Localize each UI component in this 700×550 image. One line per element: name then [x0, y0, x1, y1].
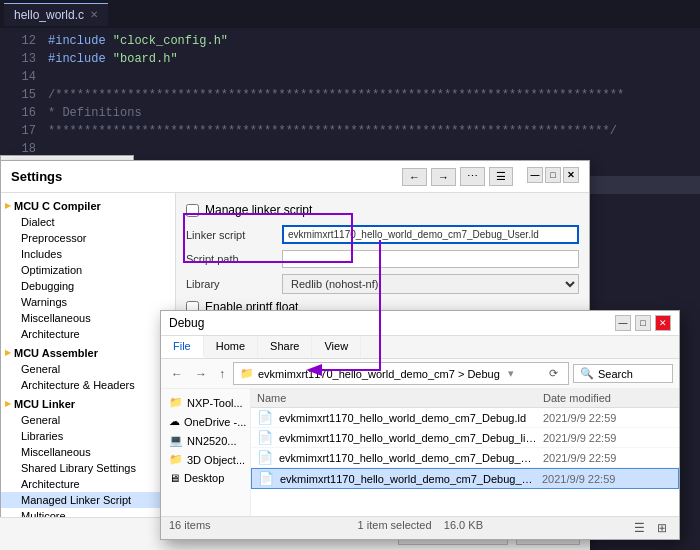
code-line: 15 /************************************… — [0, 86, 700, 104]
tree-managed-linker[interactable]: Managed Linker Script — [1, 492, 175, 508]
file-date-0: 2021/9/9 22:59 — [543, 412, 673, 424]
file-icon: 📄 — [257, 410, 273, 425]
tree-mcu-linker[interactable]: ▸ MCU Linker — [1, 395, 175, 412]
search-icon: 🔍 — [580, 367, 594, 380]
ribbon-tab-file[interactable]: File — [161, 336, 204, 358]
list-view-button[interactable]: ☰ — [630, 519, 649, 537]
search-placeholder: Search — [598, 368, 633, 380]
library-select[interactable]: Redlib (nohost-nf) — [282, 274, 579, 294]
close-button[interactable]: ✕ — [563, 167, 579, 183]
tree-mcu-assembler[interactable]: ▸ MCU Assembler — [1, 344, 175, 361]
library-label: Library — [186, 278, 276, 290]
tree-linker-misc[interactable]: Miscellaneous — [1, 444, 175, 460]
tree-mcu-c-compiler[interactable]: ▸ MCU C Compiler — [1, 197, 175, 214]
tree-asm-general[interactable]: General — [1, 361, 175, 377]
sidebar-onedrive[interactable]: ☁ OneDrive -... — [161, 412, 250, 431]
col-date-header[interactable]: Date modified — [543, 392, 673, 404]
file-row-0[interactable]: 📄 evkmimxrt1170_hello_world_demo_cm7_Deb… — [251, 408, 679, 428]
tree-architecture[interactable]: Architecture — [1, 326, 175, 342]
tree-includes[interactable]: Includes — [1, 246, 175, 262]
ribbon-tab-share[interactable]: Share — [258, 336, 312, 358]
tree-miscellaneous[interactable]: Miscellaneous — [1, 310, 175, 326]
file-icon: 📄 — [257, 450, 273, 465]
script-path-input[interactable] — [282, 250, 579, 268]
tree-linker-general[interactable]: General — [1, 412, 175, 428]
file-dialog-title: Debug — [169, 316, 204, 330]
file-close-button[interactable]: ✕ — [655, 315, 671, 331]
minimize-button[interactable]: — — [527, 167, 543, 183]
ribbon-tab-home[interactable]: Home — [204, 336, 258, 358]
forward-button[interactable]: → — [431, 168, 456, 186]
editor-tab-bar: hello_world.c ✕ — [0, 0, 700, 28]
refresh-button[interactable]: ⟳ — [545, 365, 562, 382]
tree-shared-library[interactable]: Shared Library Settings — [1, 460, 175, 476]
more-button[interactable]: ⋯ — [460, 167, 485, 186]
settings-tree: ▸ MCU C Compiler Dialect Preprocessor In… — [1, 193, 176, 549]
file-minimize-button[interactable]: — — [615, 315, 631, 331]
close-icon[interactable]: ✕ — [90, 9, 98, 20]
file-icon: 📄 — [258, 471, 274, 486]
sidebar-nxp[interactable]: 📁 NXP-Tool... — [161, 393, 250, 412]
title-controls: ← → ⋯ ☰ — □ ✕ — [402, 167, 579, 186]
script-path-label: Script path — [186, 253, 276, 265]
address-dropdown-icon[interactable]: ▾ — [508, 367, 514, 380]
file-name-0: evkmimxrt1170_hello_world_demo_cm7_Debug… — [279, 412, 537, 424]
file-row-3[interactable]: 📄 evkmimxrt1170_hello_world_demo_cm7_Deb… — [251, 468, 679, 489]
tree-libraries[interactable]: Libraries — [1, 428, 175, 444]
file-content: 📁 NXP-Tool... ☁ OneDrive -... 💻 NN2520..… — [161, 389, 679, 516]
nav-forward-button[interactable]: → — [191, 365, 211, 383]
desktop-icon: 🖥 — [169, 472, 180, 484]
selected-info: 1 item selected 16.0 KB — [358, 519, 483, 537]
file-status-bar: 16 items 1 item selected 16.0 KB ☰ ⊞ — [161, 516, 679, 539]
settings-nav-toolbar: ← → ⋯ ☰ — [402, 167, 513, 186]
folder-icon: 📁 — [240, 367, 254, 380]
menu-button[interactable]: ☰ — [489, 167, 513, 186]
folder-icon: 📁 — [169, 453, 183, 466]
grid-view-button[interactable]: ⊞ — [653, 519, 671, 537]
file-row-2[interactable]: 📄 evkmimxrt1170_hello_world_demo_cm7_Deb… — [251, 448, 679, 468]
file-list-header: Name Date modified — [251, 389, 679, 408]
sidebar-pc[interactable]: 💻 NN2520... — [161, 431, 250, 450]
address-text: evkmimxrt1170_hello_world_demo_cm7 > Deb… — [258, 368, 500, 380]
file-maximize-button[interactable]: □ — [635, 315, 651, 331]
search-box[interactable]: 🔍 Search — [573, 364, 673, 383]
ribbon-tab-view[interactable]: View — [312, 336, 361, 358]
col-name-header[interactable]: Name — [257, 392, 533, 404]
linker-script-row: Linker script — [186, 225, 579, 244]
code-line: 13 #include "board.h" — [0, 50, 700, 68]
folder-icon: 📁 — [169, 396, 183, 409]
maximize-button[interactable]: □ — [545, 167, 561, 183]
cloud-icon: ☁ — [169, 415, 180, 428]
address-bar[interactable]: 📁 evkmimxrt1170_hello_world_demo_cm7 > D… — [233, 362, 569, 385]
file-row-1[interactable]: 📄 evkmimxrt1170_hello_world_demo_cm7_Deb… — [251, 428, 679, 448]
tree-arch-headers[interactable]: Architecture & Headers — [1, 377, 175, 393]
folder-icon: ▸ — [5, 199, 11, 212]
file-date-3: 2021/9/9 22:59 — [542, 473, 672, 485]
item-count: 16 items — [169, 519, 211, 537]
file-name-2: evkmimxrt1170_hello_world_demo_cm7_Debug… — [279, 452, 537, 464]
linker-script-input[interactable] — [282, 225, 579, 244]
tree-optimization[interactable]: Optimization — [1, 262, 175, 278]
editor-tab[interactable]: hello_world.c ✕ — [4, 3, 108, 26]
sidebar-desktop[interactable]: 🖥 Desktop — [161, 469, 250, 487]
file-toolbar: ← → ↑ 📁 evkmimxrt1170_hello_world_demo_c… — [161, 359, 679, 389]
manage-linker-label: Manage linker script — [205, 203, 312, 217]
sidebar-3d[interactable]: 📁 3D Object... — [161, 450, 250, 469]
back-button[interactable]: ← — [402, 168, 427, 186]
linker-script-label: Linker script — [186, 229, 276, 241]
view-controls: ☰ ⊞ — [630, 519, 671, 537]
file-date-2: 2021/9/9 22:59 — [543, 452, 673, 464]
tree-dialect[interactable]: Dialect — [1, 214, 175, 230]
nav-back-button[interactable]: ← — [167, 365, 187, 383]
file-dialog: Debug — □ ✕ File Home Share View ← → ↑ 📁… — [160, 310, 680, 540]
tree-linker-arch[interactable]: Architecture — [1, 476, 175, 492]
code-line: 16 * Definitions — [0, 104, 700, 122]
tree-debugging[interactable]: Debugging — [1, 278, 175, 294]
tree-warnings[interactable]: Warnings — [1, 294, 175, 310]
tree-preprocessor[interactable]: Preprocessor — [1, 230, 175, 246]
manage-linker-checkbox[interactable] — [186, 204, 199, 217]
folder-icon: ▸ — [5, 397, 11, 410]
file-ribbon: File Home Share View — [161, 336, 679, 359]
nav-up-button[interactable]: ↑ — [215, 365, 229, 383]
script-path-row: Script path — [186, 250, 579, 268]
